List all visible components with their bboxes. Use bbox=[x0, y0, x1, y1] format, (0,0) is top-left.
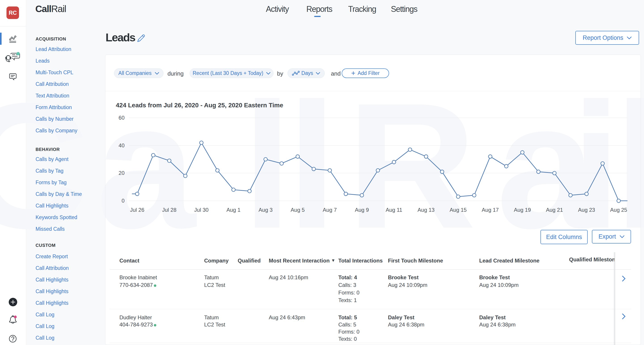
svg-text:Aug 1: Aug 1 bbox=[226, 207, 240, 213]
svg-text:Aug 11: Aug 11 bbox=[386, 207, 402, 213]
svg-text:424 Leads from Jul 26, 2020 -: 424 Leads from Jul 26, 2020 - Aug 25, 20… bbox=[116, 102, 283, 109]
svg-text:Aug 19: Aug 19 bbox=[514, 207, 531, 213]
svg-text:Aug 21: Aug 21 bbox=[546, 207, 563, 213]
svg-text:Jul 28: Jul 28 bbox=[162, 207, 176, 213]
svg-text:Jul 26: Jul 26 bbox=[130, 207, 144, 213]
svg-text:40: 40 bbox=[118, 142, 124, 148]
svg-text:20: 20 bbox=[118, 170, 124, 176]
svg-text:Aug 3: Aug 3 bbox=[258, 207, 272, 213]
svg-text:60: 60 bbox=[118, 115, 124, 121]
svg-text:Jul 30: Jul 30 bbox=[194, 207, 209, 213]
svg-text:Aug 9: Aug 9 bbox=[355, 207, 369, 213]
svg-text:Aug 23: Aug 23 bbox=[578, 207, 595, 213]
svg-text:Aug 13: Aug 13 bbox=[418, 207, 434, 213]
svg-text:Aug 5: Aug 5 bbox=[291, 207, 305, 213]
svg-text:Aug 15: Aug 15 bbox=[450, 207, 467, 213]
svg-text:Aug 17: Aug 17 bbox=[482, 207, 499, 213]
svg-text:Aug 25: Aug 25 bbox=[610, 207, 627, 213]
svg-text:Aug 7: Aug 7 bbox=[323, 207, 337, 213]
svg-text:0: 0 bbox=[122, 198, 124, 204]
